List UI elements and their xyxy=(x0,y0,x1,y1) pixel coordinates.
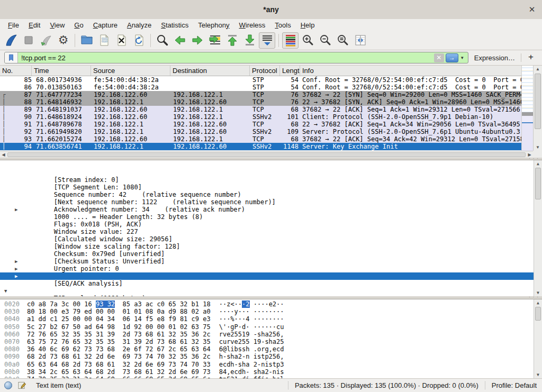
packet-list-hscrollbar[interactable]: ◀ ▶ xyxy=(0,151,533,158)
scroll-down-arrow[interactable]: ▼ xyxy=(534,371,542,378)
scroll-up-arrow[interactable]: ▲ xyxy=(534,160,542,167)
expand-arrow-icon[interactable]: ▼ xyxy=(4,287,12,295)
colorize-toggle[interactable] xyxy=(282,32,299,49)
stop-capture-button[interactable] xyxy=(20,32,37,49)
title-bar[interactable]: *any ✕ xyxy=(0,0,542,19)
hex-row[interactable]: 00505c 27 b2 67 50 ad 64 98 1d 92 00 00 … xyxy=(4,323,542,331)
expand-arrow-icon[interactable]: ▶ xyxy=(15,272,22,280)
packet-row[interactable]: │ 91 71.648789678 192.168.122.1 192.168.… xyxy=(0,121,521,128)
hex-row[interactable]: 008036 40 6c 69 62 73 73 68 2e 6f 72 67 … xyxy=(4,345,542,353)
detail-line[interactable]: TCP payload (1080 bytes) xyxy=(0,280,542,287)
hex-row[interactable]: 00a065 63 64 68 2d 73 68 61 32 2d 6e 69 … xyxy=(4,361,542,368)
column-header[interactable]: Source xyxy=(91,66,170,76)
close-icon[interactable]: ✕ xyxy=(527,5,537,14)
detail-line[interactable]: Urgent pointer: 0 xyxy=(0,250,542,258)
resize-columns-button[interactable] xyxy=(352,32,368,49)
packet-row[interactable]: │ 89 71.648191037 192.168.122.60 192.168… xyxy=(0,106,521,113)
packet-row[interactable]: │ 93 71.662015274 192.168.122.60 192.168… xyxy=(0,135,521,143)
column-header[interactable]: Destination xyxy=(170,66,250,76)
start-capture-button[interactable] xyxy=(3,32,19,49)
capture-comment-icon[interactable] xyxy=(17,381,26,390)
expression-button[interactable]: Expression… xyxy=(472,54,517,62)
packet-row[interactable]: │ 90 71.648618924 192.168.122.60 192.168… xyxy=(0,113,521,121)
zoom-reset-button[interactable] xyxy=(335,32,351,49)
add-filter-button[interactable]: + xyxy=(525,52,538,63)
expand-arrow-icon[interactable]: ▶ xyxy=(15,258,22,265)
detail-line[interactable]: [Next sequence number: 1122 (relative se… xyxy=(0,184,542,191)
menu-item[interactable]: Help xyxy=(296,20,320,30)
menu-item[interactable]: Go xyxy=(69,20,88,30)
detail-line[interactable]: [Calculated window size: 29056] xyxy=(0,221,542,228)
capture-options-button[interactable]: ⚙ xyxy=(55,32,71,49)
hex-row[interactable]: 00b038 34 2c 65 63 64 68 2d 73 68 61 32 … xyxy=(4,368,542,376)
filter-apply-button[interactable]: → xyxy=(446,53,458,62)
menu-item[interactable]: Wireless xyxy=(234,20,270,30)
hex-row[interactable]: 0020c0 a8 7a 3c 00 16 93 32 85 a3 ac c0 … xyxy=(4,300,542,308)
detail-line[interactable]: ▼ SSH Protocol xyxy=(0,287,542,295)
packet-row[interactable]: 86 70.013850163 fe:54:00:d4:38:2a STP 54… xyxy=(0,84,521,91)
expand-arrow-icon[interactable]: ▶ xyxy=(15,206,22,213)
detail-line[interactable]: [Window size scaling factor: 128] xyxy=(0,228,542,235)
menu-item[interactable]: Capture xyxy=(88,20,122,30)
detail-line[interactable]: [Stream index: 0] xyxy=(0,161,542,169)
packet-row[interactable]: ┌ 87 71.647777234 192.168.122.60 192.168… xyxy=(0,91,521,98)
go-to-packet-button[interactable] xyxy=(206,32,223,49)
hex-row[interactable]: 00c074 70 35 32 31 2c 64 69 66 66 69 65 … xyxy=(4,376,542,378)
display-filter-input[interactable]: !tcp.port == 22 ✕ → ▼ xyxy=(4,52,468,63)
scroll-up-arrow[interactable]: ▲ xyxy=(534,66,542,72)
detail-line[interactable]: [TCP Segment Len: 1080] xyxy=(0,169,542,176)
hex-row[interactable]: 0040a1 dd c1 25 00 00 04 34 06 14 f5 e8 … xyxy=(4,315,542,323)
reload-file-button[interactable] xyxy=(131,32,147,49)
menu-item[interactable]: Telephony xyxy=(193,20,234,30)
column-header[interactable]: Protocol xyxy=(250,66,280,76)
detail-line[interactable]: Checksum: 0x79ed [unverified] xyxy=(0,235,542,243)
zoom-out-button[interactable] xyxy=(317,32,333,49)
scroll-thumb[interactable] xyxy=(535,168,541,199)
menu-item[interactable]: File xyxy=(3,20,24,30)
menu-item[interactable]: Statistics xyxy=(156,20,193,30)
restart-capture-button[interactable] xyxy=(38,32,54,49)
detail-line[interactable]: Sequence number: 42 (relative sequence n… xyxy=(0,176,542,184)
detail-line[interactable]: Window size value: 227 xyxy=(0,213,542,221)
packet-minimap[interactable] xyxy=(521,66,533,151)
expand-arrow-icon[interactable]: ▶ xyxy=(15,265,22,272)
detail-line[interactable]: 1000 .... = Header Length: 32 bytes (8) xyxy=(0,198,542,206)
packet-row[interactable]: │ 94 71.663856741 192.168.122.1 192.168.… xyxy=(0,143,521,150)
packet-row[interactable]: 85 68.001734936 fe:54:00:d4:38:2a STP 54… xyxy=(0,76,521,84)
save-file-button[interactable]: 01010110 xyxy=(96,32,112,49)
filter-bookmark-button[interactable] xyxy=(5,52,18,63)
scroll-down-arrow[interactable]: ▼ xyxy=(534,144,542,151)
auto-scroll-toggle[interactable] xyxy=(259,32,275,49)
detail-line[interactable]: Acknowledgment number: 34 (relative ack … xyxy=(0,191,542,198)
scroll-up-arrow[interactable]: ▲ xyxy=(534,299,542,306)
scroll-thumb[interactable] xyxy=(535,74,541,129)
packet-row[interactable]: │ 92 71.661949820 192.168.122.1 192.168.… xyxy=(0,128,521,135)
column-header[interactable]: Info xyxy=(300,66,521,76)
column-header[interactable]: Length xyxy=(280,66,300,76)
hex-row[interactable]: 003080 18 00 e3 79 ed 00 00 01 01 08 0a … xyxy=(4,308,542,315)
close-file-button[interactable] xyxy=(113,32,130,49)
detail-line[interactable]: ▶ Options: (12 bytes), No-Operation (NOP… xyxy=(0,258,542,265)
scroll-thumb[interactable] xyxy=(7,152,526,157)
detail-line[interactable]: [Checksum Status: Unverified] xyxy=(0,243,542,250)
menu-item[interactable]: Tools xyxy=(270,20,295,30)
details-vscrollbar[interactable]: ▲ ▼ xyxy=(534,160,542,296)
detail-line[interactable]: ▶ Flags: 0x018 (PSH, ACK) xyxy=(0,206,542,213)
filter-value[interactable]: !tcp.port == 22 xyxy=(18,54,434,62)
detail-line[interactable]: ▶ [Timestamps] xyxy=(0,272,542,280)
go-forward-button[interactable] xyxy=(189,32,205,49)
hex-row[interactable]: 007063 75 72 76 65 32 35 35 31 39 2d 73 … xyxy=(4,338,542,345)
scroll-left-arrow[interactable]: ◀ xyxy=(0,152,7,157)
zoom-in-button[interactable] xyxy=(300,32,316,49)
scroll-thumb[interactable] xyxy=(535,307,541,321)
packet-list-vscrollbar[interactable]: ▲ ▼ xyxy=(533,66,542,151)
find-packet-button[interactable] xyxy=(154,32,170,49)
hex-vscrollbar[interactable]: ▲ ▼ xyxy=(534,299,542,378)
filter-clear-button[interactable]: ✕ xyxy=(434,53,444,62)
expert-info-icon[interactable] xyxy=(4,381,12,389)
menu-item[interactable]: Edit xyxy=(24,20,45,30)
go-to-top-button[interactable] xyxy=(224,32,240,49)
open-file-button[interactable] xyxy=(78,32,95,49)
menu-item[interactable]: Analyze xyxy=(122,20,156,30)
go-back-button[interactable] xyxy=(171,32,188,49)
